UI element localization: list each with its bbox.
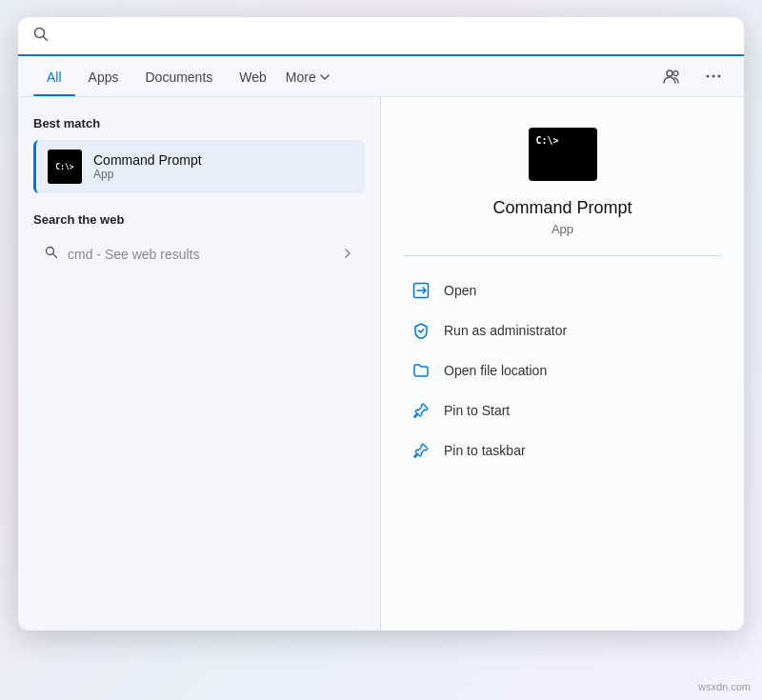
search-input[interactable]: cmd bbox=[58, 28, 729, 45]
cmd-app-icon bbox=[48, 150, 82, 184]
action-run-admin[interactable]: Run as administrator bbox=[404, 311, 721, 350]
tab-apps[interactable]: Apps bbox=[75, 56, 132, 96]
svg-point-7 bbox=[47, 248, 54, 255]
open-icon bbox=[411, 281, 431, 300]
best-match-type: App bbox=[93, 168, 202, 181]
web-search-item[interactable]: cmd - See web results bbox=[33, 236, 365, 271]
best-match-info: Command Prompt App bbox=[93, 152, 202, 181]
right-panel: Command Prompt App Open bbox=[380, 97, 744, 630]
action-pin-start-label: Pin to Start bbox=[444, 403, 510, 418]
shield-icon bbox=[411, 321, 431, 340]
tab-all[interactable]: All bbox=[33, 56, 75, 96]
svg-line-8 bbox=[53, 254, 57, 258]
action-pin-taskbar[interactable]: Pin to taskbar bbox=[404, 431, 721, 470]
tab-documents[interactable]: Documents bbox=[131, 56, 226, 96]
svg-point-5 bbox=[712, 75, 715, 78]
svg-point-6 bbox=[718, 75, 721, 78]
watermark: wsxdn.com bbox=[698, 681, 751, 692]
pin-start-icon bbox=[411, 401, 431, 420]
pin-taskbar-icon bbox=[411, 441, 431, 460]
app-preview-icon bbox=[529, 128, 597, 181]
action-open-location-label: Open file location bbox=[444, 363, 547, 378]
app-type: App bbox=[551, 222, 573, 236]
tab-web[interactable]: Web bbox=[226, 56, 280, 96]
web-search-text: cmd - See web results bbox=[68, 247, 200, 262]
action-run-admin-label: Run as administrator bbox=[444, 323, 567, 338]
action-pin-start[interactable]: Pin to Start bbox=[404, 391, 721, 430]
action-list: Open Run as administrator bbox=[404, 271, 721, 470]
svg-point-4 bbox=[707, 75, 710, 78]
action-open-label: Open bbox=[444, 283, 476, 298]
people-icon-button[interactable] bbox=[656, 61, 687, 91]
best-match-name: Command Prompt bbox=[93, 152, 202, 168]
nav-tabs: All Apps Documents Web More bbox=[18, 56, 744, 97]
web-search-icon bbox=[45, 246, 58, 262]
tab-more[interactable]: More bbox=[280, 56, 336, 96]
svg-point-2 bbox=[667, 70, 672, 76]
web-section-title: Search the web bbox=[33, 212, 365, 227]
left-panel: Best match Command Prompt App Search the… bbox=[18, 97, 380, 630]
web-search-chevron bbox=[342, 247, 353, 262]
best-match-item[interactable]: Command Prompt App bbox=[33, 140, 365, 193]
action-divider bbox=[404, 255, 721, 256]
search-panel: cmd All Apps Documents Web More bbox=[18, 17, 744, 630]
search-icon bbox=[33, 27, 49, 45]
ellipsis-icon-button[interactable] bbox=[698, 61, 729, 91]
search-bar: cmd bbox=[18, 17, 744, 56]
folder-icon bbox=[411, 361, 431, 380]
action-open-location[interactable]: Open file location bbox=[404, 351, 721, 390]
svg-point-3 bbox=[673, 71, 678, 76]
nav-right-icons bbox=[656, 61, 729, 91]
best-match-title: Best match bbox=[33, 116, 365, 130]
svg-line-1 bbox=[44, 37, 48, 41]
content-area: Best match Command Prompt App Search the… bbox=[18, 97, 744, 630]
app-title: Command Prompt bbox=[492, 198, 632, 218]
action-open[interactable]: Open bbox=[404, 271, 721, 310]
action-pin-taskbar-label: Pin to taskbar bbox=[444, 443, 526, 458]
